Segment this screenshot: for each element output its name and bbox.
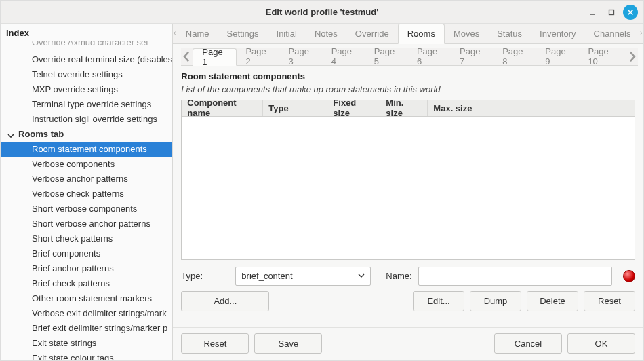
tab-rooms[interactable]: Rooms bbox=[398, 24, 445, 44]
expander-icon bbox=[7, 131, 14, 141]
components-table[interactable]: Component name Type Fixed size Min. size… bbox=[181, 100, 635, 260]
main: NameSettingsInitialNotesOverrideRoomsMov… bbox=[173, 24, 643, 360]
subtab-page-5[interactable]: Page 5 bbox=[365, 48, 408, 65]
subtab-page-3[interactable]: Page 3 bbox=[280, 48, 323, 65]
sidebar-item[interactable]: Short verbose components bbox=[1, 202, 172, 216]
sidebar-item[interactable]: Override real terminal size (disables bbox=[1, 52, 172, 67]
sidebar-item[interactable]: Terminal type override settings bbox=[1, 97, 172, 112]
type-combo-value: brief_content bbox=[241, 271, 292, 281]
edit-button[interactable]: Edit... bbox=[413, 291, 464, 311]
dump-button[interactable]: Dump bbox=[470, 291, 521, 311]
page-content: Room statement components List of the co… bbox=[173, 66, 643, 327]
tab-settings[interactable]: Settings bbox=[218, 24, 268, 43]
window-title: Edit world profile 'testmud' bbox=[266, 7, 379, 17]
subtab-page-2[interactable]: Page 2 bbox=[237, 48, 279, 65]
col-fixed-size[interactable]: Fixed size bbox=[327, 100, 380, 116]
page-heading: Room statement components bbox=[181, 70, 635, 81]
action-button-row: Add... Edit... Dump Delete Reset bbox=[181, 290, 635, 316]
col-max-size[interactable]: Max. size bbox=[428, 100, 635, 116]
sidebar-item[interactable]: Exit state colour tags bbox=[1, 351, 172, 360]
sidebar-item[interactable]: Short check patterns bbox=[1, 231, 172, 246]
sidebar-item[interactable]: Room statement components bbox=[1, 142, 172, 157]
status-led-icon bbox=[623, 270, 635, 282]
minimize-button[interactable] bbox=[585, 5, 600, 20]
sidebar-item[interactable]: MXP override settings bbox=[1, 82, 172, 97]
sidebar-item[interactable]: Brief components bbox=[1, 246, 172, 261]
tab-status[interactable]: Status bbox=[488, 24, 531, 43]
window-controls bbox=[585, 5, 638, 20]
sidebar-item[interactable]: Telnet override settings bbox=[1, 67, 172, 82]
body: Index Override Axmud character setOverri… bbox=[1, 24, 643, 360]
delete-button[interactable]: Delete bbox=[527, 291, 578, 311]
subtabstrip-scroll-right[interactable] bbox=[626, 48, 638, 65]
close-icon bbox=[627, 9, 634, 16]
maximize-button[interactable] bbox=[604, 5, 619, 20]
footer-ok-button[interactable]: OK bbox=[567, 333, 635, 354]
footer-save-button[interactable]: Save bbox=[254, 333, 322, 354]
maximize-icon bbox=[608, 9, 615, 16]
tab-notes[interactable]: Notes bbox=[306, 24, 346, 43]
table-body[interactable] bbox=[182, 117, 635, 259]
footer: Reset Save Cancel OK bbox=[173, 327, 643, 360]
sidebar-header: Index bbox=[1, 24, 172, 41]
sidebar-item[interactable]: Verbose components bbox=[1, 157, 172, 172]
close-button[interactable] bbox=[623, 5, 638, 20]
subtab-page-9[interactable]: Page 9 bbox=[536, 48, 579, 65]
sidebar-item[interactable]: Exit state strings bbox=[1, 336, 172, 351]
subtab-container: Page 1Page 2Page 3Page 4Page 5Page 6Page… bbox=[173, 44, 643, 66]
type-combo[interactable]: brief_content bbox=[235, 267, 371, 286]
sub-tabstrip: Page 1Page 2Page 3Page 4Page 5Page 6Page… bbox=[181, 48, 638, 66]
titlebar: Edit world profile 'testmud' bbox=[1, 1, 643, 24]
sidebar-item[interactable]: Override Axmud character set bbox=[1, 41, 172, 48]
col-component-name[interactable]: Component name bbox=[182, 100, 263, 116]
chevron-right-icon bbox=[626, 51, 638, 62]
footer-reset-button[interactable]: Reset bbox=[181, 333, 249, 354]
sidebar-item[interactable]: Verbose exit delimiter strings/mark bbox=[1, 306, 172, 321]
tab-moves[interactable]: Moves bbox=[445, 24, 488, 43]
tabstrip-scroll-right[interactable] bbox=[639, 24, 643, 43]
tab-channels[interactable]: Channels bbox=[585, 24, 640, 43]
chevron-down-icon bbox=[358, 271, 365, 281]
sidebar-item[interactable]: Other room statement markers bbox=[1, 291, 172, 306]
sidebar-item[interactable]: Brief check patterns bbox=[1, 276, 172, 291]
sidebar-tree[interactable]: Override Axmud character setOverride rea… bbox=[1, 41, 172, 360]
col-type[interactable]: Type bbox=[263, 100, 327, 116]
subtab-page-10[interactable]: Page 10 bbox=[579, 48, 626, 65]
type-label: Type: bbox=[181, 271, 228, 281]
subtab-page-7[interactable]: Page 7 bbox=[451, 48, 494, 65]
subtab-page-6[interactable]: Page 6 bbox=[408, 48, 451, 65]
sidebar-group-rooms[interactable]: Rooms tab bbox=[1, 127, 172, 142]
tab-initial[interactable]: Initial bbox=[268, 24, 306, 43]
chevron-right-icon bbox=[639, 31, 643, 35]
sidebar-item[interactable]: Brief anchor patterns bbox=[1, 261, 172, 276]
chevron-left-icon bbox=[181, 51, 193, 62]
subtabstrip-scroll-left[interactable] bbox=[181, 48, 193, 65]
minimize-icon bbox=[589, 9, 596, 16]
svg-rect-1 bbox=[609, 10, 614, 15]
tab-override[interactable]: Override bbox=[346, 24, 398, 43]
subtab-page-1[interactable]: Page 1 bbox=[193, 48, 237, 66]
add-button[interactable]: Add... bbox=[181, 291, 269, 311]
footer-cancel-button[interactable]: Cancel bbox=[494, 333, 562, 354]
window: Edit world profile 'testmud' Index Overr… bbox=[0, 0, 644, 361]
subtab-page-4[interactable]: Page 4 bbox=[323, 48, 365, 65]
page-subheading: List of the components that make up room… bbox=[181, 81, 635, 100]
name-input[interactable] bbox=[418, 267, 612, 286]
col-min-size[interactable]: Min. size bbox=[380, 100, 428, 116]
sidebar: Index Override Axmud character setOverri… bbox=[1, 24, 173, 360]
sidebar-item[interactable]: Brief exit delimiter strings/marker p bbox=[1, 321, 172, 336]
tab-inventory[interactable]: Inventory bbox=[531, 24, 584, 43]
subtab-page-8[interactable]: Page 8 bbox=[494, 48, 536, 65]
top-tabstrip: NameSettingsInitialNotesOverrideRoomsMov… bbox=[173, 24, 643, 44]
sidebar-item[interactable]: Verbose anchor patterns bbox=[1, 172, 172, 187]
reset-button[interactable]: Reset bbox=[584, 291, 635, 311]
sidebar-item[interactable]: Instruction sigil override settings bbox=[1, 112, 172, 127]
sidebar-item[interactable]: Short verbose anchor patterns bbox=[1, 216, 172, 231]
name-label: Name: bbox=[378, 271, 411, 281]
tab-name[interactable]: Name bbox=[177, 24, 218, 43]
sidebar-item[interactable]: Verbose check patterns bbox=[1, 187, 172, 202]
form-row: Type: brief_content Name: bbox=[181, 260, 635, 290]
table-header: Component name Type Fixed size Min. size… bbox=[182, 100, 635, 117]
